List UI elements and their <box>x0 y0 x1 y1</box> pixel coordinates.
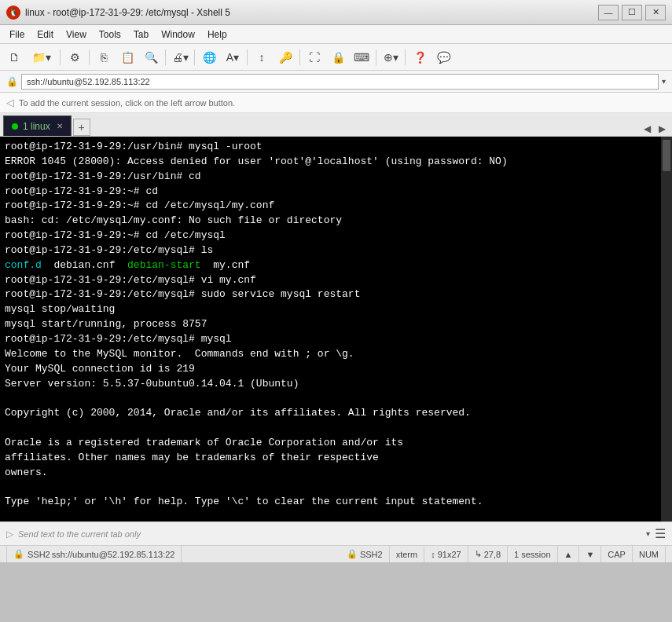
app-icon: 🐧 <box>6 5 20 20</box>
status-num: NUM <box>633 546 666 562</box>
terminal-line: Copyright (c) 2000, 2014, Oracle and/or … <box>5 406 656 421</box>
paste-button[interactable]: 📋 <box>116 47 138 68</box>
toolbar-separator-6 <box>299 49 300 65</box>
terminal-line: Oracle is a registered trademark of Orac… <box>5 436 656 451</box>
status-cursor-icon: ↳ <box>475 549 482 559</box>
properties-button[interactable]: ⚙ <box>64 47 86 68</box>
terminal-line: affiliates. Other names may be trademark… <box>5 451 656 466</box>
toolbar: 🗋 📁▾ ⚙ ⎘ 📋 🔍 🖨▾ 🌐 A▾ ↕ 🔑 ⛶ 🔒 ⌨ ⊕▾ ❓ 💬 <box>0 44 672 71</box>
address-input[interactable] <box>21 74 659 90</box>
font-button[interactable]: A▾ <box>222 47 244 68</box>
hint-text: To add the current session, click on the… <box>19 98 235 108</box>
input-bar-placeholder[interactable]: Send text to the current tab only <box>18 529 641 539</box>
tab-status-dot <box>12 123 18 130</box>
status-lock-small-icon: 🔒 <box>347 549 358 559</box>
terminal-line: Welcome to the MySQL monitor. Commands e… <box>5 347 656 362</box>
menu-tab[interactable]: Tab <box>127 27 155 42</box>
status-scroll-down[interactable]: ▼ <box>579 546 601 562</box>
status-host-full: ssh://ubuntu@52.192.85.113:22 <box>52 550 175 559</box>
menu-view[interactable]: View <box>60 27 93 42</box>
tab-bar: 1 linux ✕ + ◀ ▶ <box>0 113 672 137</box>
terminal-line: root@ip-172-31-9-29:/etc/mysql# mysql <box>5 332 656 347</box>
terminal-line: mysql start/running, process 8757 <box>5 317 656 332</box>
menu-edit[interactable]: Edit <box>31 27 60 42</box>
transfer-button[interactable]: 🌐 <box>198 47 220 68</box>
address-bar: 🔒 ▾ <box>0 71 672 93</box>
address-dropdown-button[interactable]: ▾ <box>662 77 666 86</box>
terminal[interactable]: root@ip-172-31-9-29:/usr/bin# mysql -uro… <box>0 137 661 521</box>
status-size-label: 91x27 <box>438 550 461 559</box>
terminal-line: Type 'help;' or '\h' for help. Type '\c'… <box>5 495 656 510</box>
terminal-line: ERROR 1045 (28000): Access denied for us… <box>5 155 656 170</box>
tab-next-button[interactable]: ▶ <box>655 122 669 136</box>
copy-button[interactable]: ⎘ <box>93 47 115 68</box>
status-protocol-label: SSH2 <box>360 550 383 559</box>
menu-file[interactable]: File <box>3 27 31 42</box>
help-button[interactable]: ❓ <box>409 47 431 68</box>
terminal-line <box>5 480 656 495</box>
terminal-line: owners. <box>5 466 656 481</box>
status-cap: CAP <box>601 546 633 562</box>
fullscreen-button[interactable]: ⛶ <box>303 47 325 68</box>
status-size: ↕ 91x27 <box>424 546 468 562</box>
terminal-line: mysql stop/waiting <box>5 302 656 317</box>
status-host: SSH2 <box>28 550 50 559</box>
new-session-button[interactable]: 🗋 <box>3 47 25 68</box>
menu-window[interactable]: Window <box>155 27 201 42</box>
input-bar-icon: ▷ <box>6 529 13 540</box>
lock-button[interactable]: 🔒 <box>327 47 349 68</box>
tab-prev-button[interactable]: ◀ <box>641 122 654 136</box>
keyboard-button[interactable]: ⌨ <box>351 47 373 68</box>
scrollbar-thumb[interactable] <box>663 140 670 171</box>
menu-help[interactable]: Help <box>201 27 233 42</box>
terminal-line: root@ip-172-31-9-29:~# cd /etc/mysql <box>5 229 656 243</box>
status-ssh2: 🔒 SSH2 <box>340 546 390 562</box>
terminal-line: root@ip-172-31-9-29:~# cd /etc/mysql/my.… <box>5 199 656 214</box>
open-button[interactable]: 📁▾ <box>27 47 57 68</box>
close-button[interactable]: ✕ <box>645 5 666 20</box>
menu-tools[interactable]: Tools <box>93 27 127 42</box>
toolbar-separator-4 <box>194 49 195 65</box>
status-lock-icon: 🔒 <box>13 549 24 559</box>
terminal-line: root@ip-172-31-9-29:/etc/mysql# vi my.cn… <box>5 273 656 288</box>
terminal-line-ls: conf.d debian.cnf debian-start my.cnf <box>5 258 656 273</box>
terminal-line: Server version: 5.5.37-0ubuntu0.14.04.1 … <box>5 377 656 392</box>
find-button[interactable]: 🔍 <box>140 47 162 68</box>
status-cursor-pos: 27,8 <box>484 550 501 559</box>
title-bar-text: linux - root@ip-172-31-9-29: /etc/mysql … <box>25 7 598 18</box>
menu-bar: File Edit View Tools Tab Window Help <box>0 25 672 44</box>
terminal-scrollbar[interactable] <box>661 137 672 521</box>
input-bar: ▷ Send text to the current tab only ▾ ☰ <box>0 521 672 545</box>
toolbar-separator-2 <box>89 49 90 65</box>
compose-button[interactable]: 💬 <box>432 47 454 68</box>
tab-navigation: ◀ ▶ <box>641 122 669 136</box>
status-terminal-type: xterm <box>390 546 425 562</box>
tab-linux[interactable]: 1 linux ✕ <box>3 115 72 136</box>
zoom-in-button[interactable]: ⊕▾ <box>380 47 402 68</box>
toolbar-separator-3 <box>165 49 166 65</box>
input-bar-menu-button[interactable]: ☰ <box>655 526 666 541</box>
terminal-line <box>5 421 656 436</box>
xftp-button[interactable]: ↕ <box>251 47 273 68</box>
terminal-line: root@ip-172-31-9-29:~# cd <box>5 185 656 199</box>
terminal-line: Your MySQL connection id is 219 <box>5 362 656 377</box>
lock-icon: 🔒 <box>6 76 18 87</box>
input-bar-dropdown[interactable]: ▾ <box>646 529 650 538</box>
terminal-line <box>5 510 656 521</box>
print-button[interactable]: 🖨▾ <box>169 47 191 68</box>
status-scroll-up[interactable]: ▲ <box>558 546 580 562</box>
new-tab-button[interactable]: + <box>73 119 90 136</box>
status-cursor: ↳ 27,8 <box>468 546 508 562</box>
xagent-button[interactable]: 🔑 <box>274 47 296 68</box>
hint-bar: ◁ To add the current session, click on t… <box>0 93 672 113</box>
toolbar-separator-8 <box>405 49 406 65</box>
toolbar-separator-7 <box>376 49 376 65</box>
toolbar-separator-1 <box>60 49 61 65</box>
terminal-line: bash: cd: /etc/mysql/my.conf: No such fi… <box>5 214 656 229</box>
tab-label: 1 linux <box>23 121 50 132</box>
terminal-wrapper: root@ip-172-31-9-29:/usr/bin# mysql -uro… <box>0 137 672 521</box>
terminal-line: root@ip-172-31-9-29:/etc/mysql# sudo ser… <box>5 287 656 302</box>
maximize-button[interactable]: ☐ <box>622 5 642 20</box>
minimize-button[interactable]: — <box>598 5 619 20</box>
tab-close-button[interactable]: ✕ <box>57 122 63 130</box>
